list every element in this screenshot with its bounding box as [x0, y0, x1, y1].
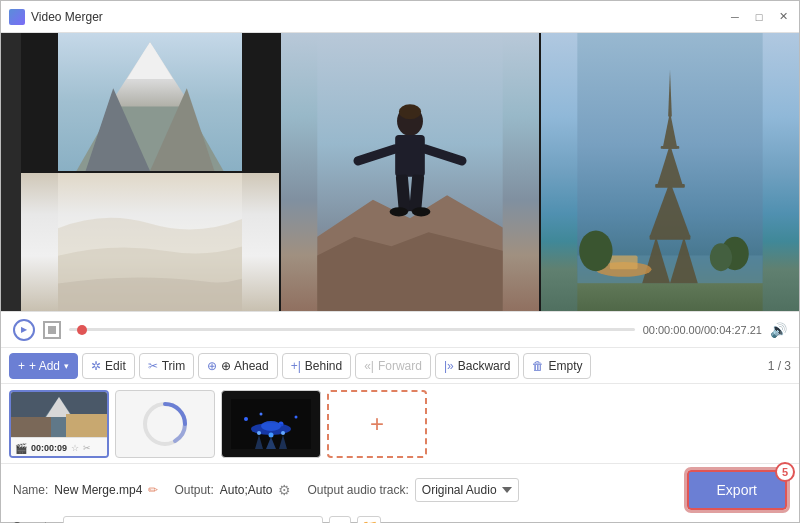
- svg-point-49: [269, 432, 274, 437]
- play-button[interactable]: ▶: [13, 319, 35, 341]
- page-indicator: 1 / 3: [768, 359, 791, 373]
- behind-icon: +|: [291, 359, 301, 373]
- preview-grid: [21, 33, 799, 311]
- svg-marker-8: [317, 232, 502, 311]
- bottom-row2: Save to: C:\Aiseesoft Studio\Ais...nvert…: [13, 516, 787, 523]
- svg-point-47: [261, 421, 281, 431]
- timeline-scrubber[interactable]: [77, 325, 87, 335]
- window-title: Video Merger: [31, 10, 727, 24]
- svg-point-48: [257, 431, 261, 435]
- edit-icon: ✲: [91, 359, 101, 373]
- browse-folder-button[interactable]: 📁: [357, 516, 381, 523]
- forward-button[interactable]: «| Forward: [355, 353, 431, 379]
- output-value: Auto;Auto: [220, 483, 273, 497]
- preview-cell-mountain-top: [21, 33, 279, 171]
- behind-button[interactable]: +| Behind: [282, 353, 352, 379]
- stop-icon: [48, 326, 56, 334]
- svg-rect-27: [655, 184, 685, 188]
- trim-button[interactable]: ✂ Trim: [139, 353, 195, 379]
- preview-cell-person: [281, 33, 539, 311]
- edit-label: Edit: [105, 359, 126, 373]
- backward-label: Backward: [458, 359, 511, 373]
- bottom-row1: Name: New Merge.mp4 ✏ Output: Auto;Auto …: [13, 470, 787, 510]
- ahead-button[interactable]: ⊕ ⊕ Ahead: [198, 353, 277, 379]
- time-display: 00:00:00.00/00:04:27.21: [643, 324, 762, 336]
- output-gear-icon[interactable]: ⚙: [278, 482, 291, 498]
- backward-icon: |»: [444, 359, 454, 373]
- volume-icon[interactable]: 🔊: [770, 322, 787, 338]
- total-time: 00:04:27.21: [704, 324, 762, 336]
- edit-button[interactable]: ✲ Edit: [82, 353, 135, 379]
- add-button[interactable]: + + Add ▾: [9, 353, 78, 379]
- clip-add-button[interactable]: +: [327, 390, 427, 458]
- clip-thumbnail-1: [11, 392, 107, 437]
- clip-item-black[interactable]: [221, 390, 321, 458]
- add-label: + Add: [29, 359, 60, 373]
- ahead-label: ⊕ Ahead: [221, 359, 268, 373]
- backward-button[interactable]: |» Backward: [435, 353, 519, 379]
- preview-cell-eiffel: [541, 33, 799, 311]
- clip-item-loading[interactable]: [115, 390, 215, 458]
- svg-point-33: [710, 243, 732, 271]
- add-dropdown-arrow: ▾: [64, 361, 69, 371]
- svg-rect-38: [11, 417, 51, 437]
- restore-button[interactable]: □: [751, 9, 767, 25]
- badge-5: 5: [775, 462, 795, 482]
- behind-label: Behind: [305, 359, 342, 373]
- bottom-panel: ▶ 00:00:00.00/00:04:27.21 🔊 + + Add ▾ ✲ …: [1, 311, 799, 522]
- clip-label-bar-1: 🎬 00:00:09 ☆ ✂: [11, 437, 107, 458]
- empty-button[interactable]: 🗑 Empty: [523, 353, 591, 379]
- svg-rect-28: [661, 146, 680, 149]
- forward-icon: «|: [364, 359, 374, 373]
- main-content: [1, 33, 799, 311]
- close-button[interactable]: ✕: [775, 9, 791, 25]
- svg-point-16: [390, 207, 409, 216]
- toolbar: + + Add ▾ ✲ Edit ✂ Trim ⊕ ⊕ Ahead +| Beh…: [1, 348, 799, 384]
- export-button-wrap: 5 Export: [687, 470, 787, 510]
- audio-track-select[interactable]: Original Audio: [415, 478, 519, 502]
- svg-rect-30: [610, 255, 638, 269]
- svg-point-43: [260, 412, 263, 415]
- svg-point-10: [399, 104, 421, 119]
- save-path-display: C:\Aiseesoft Studio\Ais...nverter Ultima…: [63, 516, 323, 523]
- current-time: 00:00:00.00: [643, 324, 701, 336]
- ahead-icon: ⊕: [207, 359, 217, 373]
- name-field-group: Name: New Merge.mp4 ✏: [13, 483, 158, 497]
- svg-rect-26: [650, 235, 691, 240]
- output-field-group: Output: Auto;Auto ⚙: [174, 482, 291, 498]
- clip-film-icon: 🎬: [15, 443, 27, 454]
- timeline-bar: ▶ 00:00:00.00/00:04:27.21 🔊: [1, 312, 799, 348]
- clip-track: × 🎬 00:00:09 ☆ ✂: [1, 384, 799, 464]
- app-window: Video Merger ─ □ ✕: [0, 0, 800, 523]
- audio-track-label: Output audio track:: [307, 483, 408, 497]
- window-controls: ─ □ ✕: [727, 9, 791, 25]
- timeline-track[interactable]: [69, 328, 635, 331]
- svg-point-31: [579, 230, 612, 271]
- stop-button[interactable]: [43, 321, 61, 339]
- sidebar: [1, 33, 21, 311]
- forward-label: Forward: [378, 359, 422, 373]
- output-label: Output:: [174, 483, 213, 497]
- svg-point-42: [244, 417, 248, 421]
- name-edit-icon[interactable]: ✏: [148, 483, 158, 497]
- save-path-dropdown[interactable]: ▾: [329, 516, 351, 523]
- svg-point-50: [281, 431, 285, 435]
- preview-container: [21, 33, 799, 311]
- trim-icon: ✂: [148, 359, 158, 373]
- scissors-icon: ✂: [83, 443, 91, 453]
- clip-add-icon: +: [370, 410, 384, 438]
- empty-icon: 🗑: [532, 359, 544, 373]
- svg-point-17: [412, 207, 431, 216]
- trim-label: Trim: [162, 359, 186, 373]
- preview-cell-snow: [21, 173, 279, 311]
- svg-rect-39: [66, 414, 107, 437]
- bottom-controls: Name: New Merge.mp4 ✏ Output: Auto;Auto …: [1, 464, 799, 522]
- export-button[interactable]: Export: [687, 470, 787, 510]
- minimize-button[interactable]: ─: [727, 9, 743, 25]
- name-label: Name:: [13, 483, 48, 497]
- audio-field-group: Output audio track: Original Audio: [307, 478, 518, 502]
- add-icon: +: [18, 359, 25, 373]
- svg-rect-11: [395, 135, 425, 177]
- clip-time-1: 00:00:09: [31, 443, 67, 453]
- clip-item-1[interactable]: × 🎬 00:00:09 ☆ ✂: [9, 390, 109, 458]
